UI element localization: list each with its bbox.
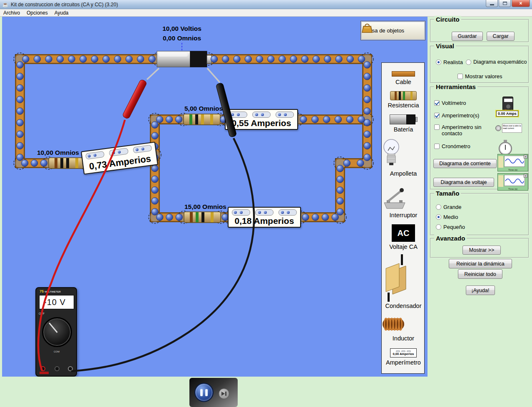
electron (152, 176, 158, 182)
radio-label: Diagrama esquemático (473, 59, 527, 65)
toolbox-item-resistor[interactable] (382, 91, 425, 100)
java-icon: ☕ (2, 1, 9, 8)
electron (300, 116, 307, 123)
electron (358, 116, 365, 123)
resistor-band (211, 212, 214, 222)
toolbox-item-ammeter[interactable]: 0,00 Amperios (382, 348, 425, 357)
checkbox-icon (434, 144, 440, 149)
voltmeter-dial[interactable] (42, 317, 72, 347)
electron (337, 176, 343, 183)
cable-icon (392, 71, 415, 77)
ammeter-1-reading: 0,55 Amperios (226, 118, 297, 128)
circuit-play-area[interactable]: 10,00 Voltios 0,00 Omnios 5,00 Omnios 10… (2, 17, 428, 377)
capacitor-icon (382, 254, 408, 302)
checkbox-sin-contacto[interactable]: Amperímetro sin contacto (434, 124, 484, 136)
voltmeter-mid-port[interactable] (55, 366, 60, 371)
radio-esquematico[interactable]: Diagrama esquemático (466, 59, 527, 65)
electron (68, 56, 75, 62)
electron (234, 56, 240, 62)
checkbox-cronometro[interactable]: Cronómetro (434, 143, 470, 149)
guardar-button[interactable]: Guardar (452, 32, 483, 41)
electron (17, 131, 23, 137)
electron (313, 56, 319, 62)
wire[interactable] (20, 59, 367, 217)
checkbox-amperimetros[interactable]: Amperímetro(s) (434, 112, 479, 119)
radio-medio[interactable]: Medio (436, 214, 458, 220)
electron (152, 208, 158, 215)
chart-time-axis: Time (s) (498, 188, 528, 190)
radio-pequeno[interactable]: Pequeño (436, 224, 465, 230)
diagrama-voltaje-button[interactable]: Diagrama de voltaje (433, 178, 494, 187)
control-panel: Circuito Guardar Cargar Visual Realista … (428, 17, 532, 407)
electron (358, 56, 365, 62)
battery-voltage-label: 10,00 Voltios (162, 25, 201, 32)
group-title-tamano: Tamaño (434, 190, 461, 197)
minimize-icon (490, 4, 494, 5)
pause-button[interactable] (194, 383, 214, 402)
electron (152, 198, 158, 204)
voltmeter-multimeter[interactable]: 75 MULTIMETER -10 V OFF COM (35, 287, 77, 377)
electron (279, 56, 286, 62)
close-icon: × (519, 0, 522, 6)
reiniciar-todo-button[interactable]: Reiniciar todo (458, 269, 502, 279)
radio-realista[interactable]: Realista (436, 59, 463, 65)
battery[interactable] (157, 51, 211, 67)
electron (17, 62, 23, 68)
electron (17, 142, 23, 149)
maximize-button[interactable] (499, 0, 511, 7)
electron (323, 116, 330, 123)
group-circuito: Circuito Guardar Cargar (430, 19, 529, 42)
electron (322, 214, 328, 221)
electron (337, 198, 343, 204)
radio-label: Medio (443, 214, 458, 220)
menu-opciones[interactable]: Opciones (23, 10, 51, 16)
electron (290, 56, 297, 62)
menu-ayuda[interactable]: Ayuda (51, 10, 72, 16)
reiniciar-dinamica-button[interactable]: Reiniciar la dinámica (449, 259, 512, 268)
electron (245, 56, 251, 62)
step-icon (221, 392, 225, 396)
electron (176, 214, 182, 221)
ammeter-3[interactable]: 0,18 Amperios (228, 207, 301, 228)
grab-bag-button[interactable]: Bolsa de objetos (360, 21, 425, 40)
checkbox-label: Cronómetro (442, 143, 470, 149)
checkbox-icon (434, 124, 440, 130)
voltmeter-red-strip (40, 372, 49, 374)
electron (222, 56, 229, 62)
minimize-button[interactable] (486, 0, 498, 7)
electron (337, 165, 343, 172)
close-button[interactable]: × (512, 0, 530, 7)
voltage-chart-thumbnail: × Time (s) (497, 173, 528, 191)
group-title-circuito: Circuito (434, 16, 461, 23)
component-toolbox: Cable Resistencia Batería (381, 62, 425, 374)
checkbox-icon (434, 100, 440, 106)
voltmeter-black-port[interactable] (68, 366, 73, 371)
resistor-band (75, 158, 78, 168)
close-icon[interactable]: × (524, 174, 527, 178)
step-button[interactable] (219, 388, 229, 399)
toolbox-item-ac-voltage[interactable]: AC (382, 224, 425, 242)
radio-label: Realista (443, 59, 463, 65)
electron (137, 56, 144, 62)
checkbox-voltimetro[interactable]: Voltímetro (434, 100, 466, 106)
electron (157, 214, 163, 221)
checkbox-mostrar-valores[interactable]: Mostrar valores (457, 73, 502, 79)
ayuda-button[interactable]: ¡Ayuda! (466, 285, 495, 295)
electron (364, 62, 370, 68)
radio-grande[interactable]: Grande (436, 204, 461, 210)
electron (40, 160, 47, 166)
toolbox-item-cable[interactable] (382, 71, 425, 77)
radio-label: Grande (443, 204, 461, 210)
ammeter-1[interactable]: 0,55 Amperios (225, 109, 298, 130)
voltmeter-red-port[interactable] (40, 366, 45, 371)
mostrar-avanzado-button[interactable]: Mostrar >> (462, 246, 501, 255)
electron (302, 214, 309, 221)
resistor-10-label: 10,00 Omnios (37, 149, 79, 156)
diagrama-corriente-button[interactable]: Diagrama de corriente (433, 159, 497, 168)
cargar-button[interactable]: Cargar (487, 32, 515, 41)
electron (364, 108, 370, 114)
menu-archivo[interactable]: Archivo (0, 10, 23, 16)
toolbox-item-battery[interactable] (382, 114, 425, 124)
close-icon[interactable]: × (524, 155, 527, 159)
toolbox-label-capacitor: Condensador (382, 303, 425, 309)
